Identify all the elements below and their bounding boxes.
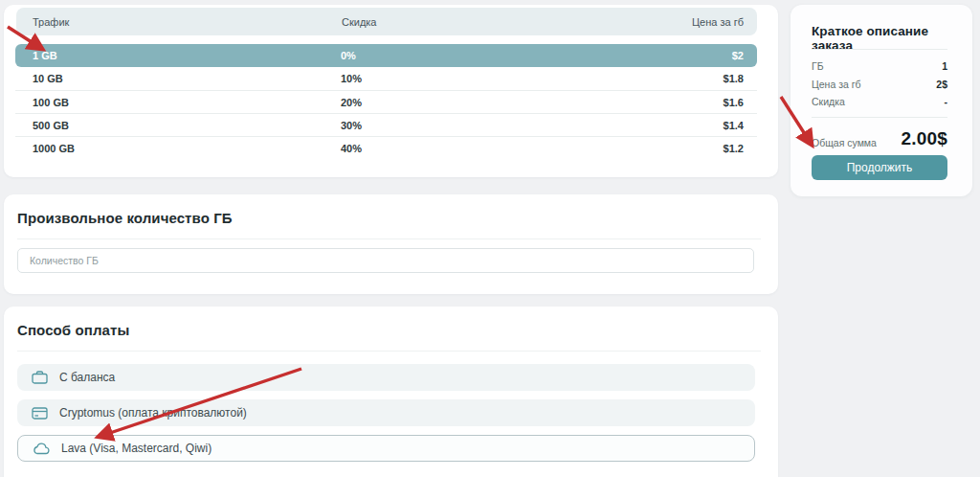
cell-traffic: 1 GB	[15, 50, 341, 61]
credit-card-icon	[32, 407, 48, 420]
column-header-discount: Скидка	[342, 16, 648, 28]
summary-row-price-per-gb: Цена за гб 2$	[812, 78, 947, 91]
cell-price: $1.2	[647, 143, 757, 154]
divider	[17, 238, 761, 239]
cell-traffic: 100 GB	[15, 97, 341, 108]
cell-discount: 20%	[341, 97, 647, 108]
column-header-price: Цена за гб	[648, 16, 757, 28]
cell-traffic: 1000 GB	[15, 143, 341, 154]
custom-gb-title: Произвольное количество ГБ	[17, 210, 233, 226]
summary-row-gb: ГБ 1	[812, 59, 947, 73]
briefcase-icon	[32, 371, 48, 384]
cell-discount: 10%	[341, 73, 647, 84]
table-row-10gb[interactable]: 10 GB 10% $1.8	[15, 67, 757, 90]
summary-value: -	[945, 96, 948, 107]
divider	[812, 49, 947, 50]
cell-price: $1.4	[647, 120, 757, 131]
payment-option-cryptomus[interactable]: Cryptomus (оплата криптовалютой)	[17, 399, 755, 426]
payment-title: Способ оплаты	[17, 322, 129, 338]
traffic-purchase-page: { "colors": { "accent_teal": "#5097a1", …	[0, 0, 980, 477]
total-value: 2.00$	[901, 128, 947, 149]
table-row-1000gb[interactable]: 1000 GB 40% $1.2	[15, 136, 757, 159]
payment-option-label: Lava (Visa, Mastercard, Qiwi)	[61, 442, 212, 455]
cell-price: $1.6	[647, 97, 757, 108]
custom-gb-card: Произвольное количество ГБ	[4, 194, 778, 294]
divider	[17, 351, 761, 352]
cell-discount: 0%	[341, 50, 647, 61]
order-summary-card: Краткое описание заказа ГБ 1 Цена за гб …	[791, 5, 972, 196]
column-header-traffic: Трафик	[16, 16, 342, 28]
cell-price: $1.8	[647, 73, 757, 84]
tariff-table-body: 1 GB 0% $2 10 GB 10% $1.8 100 GB 20% $1.…	[15, 44, 757, 159]
cell-price: $2	[647, 50, 757, 61]
tariff-table-header: Трафик Скидка Цена за гб	[16, 8, 757, 35]
table-row-1gb[interactable]: 1 GB 0% $2	[15, 44, 757, 67]
cell-discount: 30%	[341, 120, 647, 131]
summary-label: Скидка	[812, 96, 845, 107]
summary-value: 2$	[936, 79, 947, 90]
summary-label: Цена за гб	[812, 79, 861, 90]
total-label: Общая сумма	[812, 137, 877, 148]
payment-option-balance[interactable]: С баланса	[17, 364, 755, 391]
cell-discount: 40%	[341, 143, 647, 154]
summary-row-discount: Скидка -	[812, 95, 947, 108]
summary-value: 1	[942, 60, 947, 72]
payment-option-label: С баланса	[59, 371, 115, 384]
continue-button[interactable]: Продолжить	[812, 155, 947, 180]
tariff-table-card: Трафик Скидка Цена за гб 1 GB 0% $2 10 G…	[4, 5, 778, 177]
payment-methods-card: Способ оплаты С баланса Cryptomus (оплат…	[4, 307, 778, 477]
cell-traffic: 500 GB	[15, 120, 341, 131]
table-row-100gb[interactable]: 100 GB 20% $1.6	[15, 90, 757, 113]
cell-traffic: 10 GB	[15, 73, 341, 84]
divider	[812, 117, 947, 118]
cloud-icon	[33, 443, 50, 455]
payment-option-lava[interactable]: Lava (Visa, Mastercard, Qiwi)	[17, 435, 755, 462]
table-row-500gb[interactable]: 500 GB 30% $1.4	[15, 113, 757, 136]
payment-option-label: Cryptomus (оплата криптовалютой)	[59, 406, 247, 420]
summary-label: ГБ	[812, 60, 824, 72]
gb-quantity-input[interactable]	[17, 248, 754, 273]
